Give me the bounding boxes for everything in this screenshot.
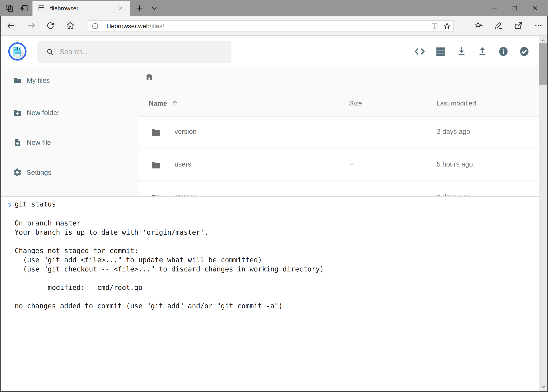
sidebar-item-settings[interactable]: Settings	[0, 163, 127, 182]
sidebar-item-label: New file	[27, 139, 51, 146]
file-name: users	[174, 160, 191, 168]
forward-icon	[25, 20, 37, 32]
web-notes-pen-icon[interactable]	[493, 20, 505, 32]
terminal-line	[15, 292, 532, 301]
terminal-line: (use "git add <file>..." to update what …	[15, 255, 532, 265]
refresh-icon[interactable]	[45, 20, 56, 32]
terminal-line: Changes not staged for commit:	[15, 246, 532, 255]
reading-view-icon	[428, 22, 441, 30]
column-header-size[interactable]: Size	[349, 99, 362, 107]
minimize-button[interactable]	[484, 0, 505, 16]
page-scrollbar[interactable]	[539, 36, 548, 391]
breadcrumb-divider	[141, 91, 537, 91]
url-path: /files/	[150, 22, 164, 29]
prompt-chevron-icon	[6, 201, 13, 209]
sidebar-item-label: Settings	[27, 168, 51, 176]
url-host: filebrowser.web	[106, 22, 150, 29]
sidebar-divider	[0, 157, 127, 157]
terminal-line: no changes added to commit (use "git add…	[15, 301, 532, 311]
raw-code-icon[interactable]	[413, 45, 426, 58]
titlebar: filebrowser	[0, 0, 548, 16]
table-row-storage[interactable]: storage – 2 days ago	[139, 182, 545, 196]
file-plus-icon	[13, 138, 22, 147]
sidebar: My files New folder New file Sett	[0, 65, 127, 196]
new-tab-icon[interactable]	[133, 0, 146, 16]
window-frame-bottom	[0, 391, 548, 392]
sidebar-divider	[0, 98, 127, 98]
table-row-version[interactable]: version – 2 days ago	[139, 116, 545, 148]
terminal-line: On branch master	[15, 219, 532, 228]
sidebar-item-new-file[interactable]: New file	[0, 133, 127, 152]
file-name: storage	[174, 193, 197, 196]
select-check-icon[interactable]	[518, 45, 531, 58]
file-modified: 2 days ago	[437, 128, 470, 135]
hub-favorites-icon[interactable]	[473, 20, 485, 32]
file-size: –	[350, 193, 354, 196]
browser-navbar: filebrowser.web/files/	[0, 16, 548, 36]
site-info-icon[interactable]	[88, 22, 102, 29]
folder-icon	[150, 160, 161, 170]
add-favorite-star-icon[interactable]	[441, 22, 453, 30]
sort-up-icon	[171, 99, 179, 107]
terminal-output: On branch master Your branch is up to da…	[15, 219, 532, 311]
folder-icon	[150, 127, 161, 138]
terminal-line: Your branch is up to date with 'origin/m…	[15, 228, 532, 237]
close-window-button[interactable]	[525, 0, 545, 16]
tab-close-icon[interactable]	[117, 4, 125, 13]
info-icon[interactable]	[497, 45, 510, 58]
terminal-cursor	[13, 316, 13, 326]
address-bar[interactable]: filebrowser.web/files/	[88, 20, 453, 32]
upload-icon[interactable]	[476, 45, 489, 58]
url-text: filebrowser.web/files/	[106, 22, 428, 30]
home-icon[interactable]	[65, 20, 76, 32]
tab-list-chevron-icon[interactable]	[148, 0, 161, 16]
file-modified: 2 days ago	[437, 193, 470, 196]
maximize-button[interactable]	[505, 0, 525, 16]
table-row-users[interactable]: users – 5 hours ago	[139, 149, 545, 181]
sidebar-item-new-folder[interactable]: New folder	[0, 104, 127, 122]
browser-tab[interactable]: filebrowser	[33, 1, 130, 16]
column-header-modified[interactable]: Last modified	[437, 99, 476, 107]
window-frame-left	[0, 16, 0, 392]
share-icon[interactable]	[513, 20, 524, 32]
search-icon	[46, 48, 54, 56]
settings-more-icon[interactable]	[533, 20, 544, 32]
terminal-line	[15, 274, 532, 283]
terminal-panel[interactable]: git status On branch master Your branch …	[0, 196, 539, 391]
set-tabs-aside-icon[interactable]	[3, 0, 16, 16]
scroll-down-icon[interactable]	[539, 383, 548, 391]
sidebar-item-label: New folder	[27, 109, 59, 117]
folder-icon	[150, 192, 161, 196]
back-icon[interactable]	[5, 20, 17, 32]
file-listing: Name Size Last modified version – 2 days…	[127, 65, 548, 196]
file-modified: 5 hours ago	[437, 160, 473, 168]
file-size: –	[350, 128, 354, 135]
gear-icon	[13, 168, 22, 177]
filebrowser-header	[0, 36, 548, 65]
breadcrumb-home-icon[interactable]	[144, 72, 154, 81]
filebrowser-logo[interactable]	[8, 42, 27, 61]
search-box[interactable]	[37, 41, 231, 63]
column-label: Name	[149, 100, 167, 107]
folder-icon	[13, 76, 22, 85]
filebrowser-content: My files New folder New file Sett	[0, 65, 548, 196]
page-icon	[38, 5, 45, 12]
tab-title: filebrowser	[50, 5, 112, 12]
download-icon[interactable]	[455, 45, 468, 58]
column-header-name[interactable]: Name	[149, 99, 179, 107]
search-input[interactable]	[60, 48, 231, 56]
terminal-command: git status	[15, 200, 56, 208]
sidebar-item-label: My files	[27, 77, 50, 84]
grid-view-icon[interactable]	[434, 45, 447, 58]
file-size: –	[350, 160, 354, 168]
terminal-line	[15, 237, 532, 246]
scrollbar-thumb[interactable]	[539, 43, 548, 85]
browser-window: filebrowser	[0, 0, 548, 392]
tab-preview-icon[interactable]	[17, 0, 31, 16]
terminal-line: (use "git checkout -- <file>..." to disc…	[15, 265, 532, 274]
terminal-line: modified: cmd/root.go	[15, 283, 532, 292]
address-separator	[102, 22, 102, 30]
folder-plus-icon	[13, 108, 22, 117]
file-name: version	[174, 128, 197, 135]
sidebar-item-my-files[interactable]: My files	[0, 71, 127, 90]
